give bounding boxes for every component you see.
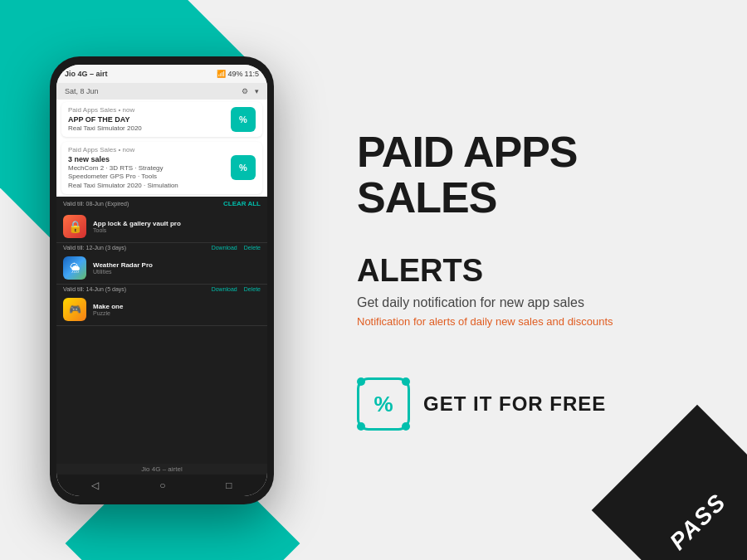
phone-bottom-nav: ◁ ○ □ — [56, 475, 267, 496]
battery-icon: 📶 — [217, 70, 226, 78]
notif1-sender: Paid Apps Sales • now — [68, 106, 256, 114]
corner-br — [402, 422, 410, 431]
phone-frame: Jio 4G – airt 📶 49% 11:5 Sat, 8 Jun ⚙ ▾ … — [50, 56, 274, 504]
app3-valid-label: Valid till: 14-Jun (5 days) — [63, 286, 126, 292]
notif2-body2: Speedometer GPS Pro · Tools — [68, 173, 256, 181]
makeone-name: Make one — [93, 303, 261, 310]
recents-button[interactable]: □ — [226, 480, 232, 491]
battery-percent: 49% — [227, 70, 242, 78]
app-item-makeone: 🎮 Make one Puzzle — [56, 294, 267, 326]
get-free-section: GET IT FOR FREE — [357, 377, 706, 431]
main-title: PAID APPS SALES — [357, 129, 706, 220]
weather-name: Weather Radar Pro — [93, 261, 261, 269]
applock-info: App lock & gallery vault pro Tools — [93, 220, 261, 233]
dark-section: Valid till: 08-Jun (Expired) CLEAR ALL 🔒… — [56, 197, 267, 463]
makeone-icon: 🎮 — [63, 298, 86, 321]
carrier-bottom: Jio 4G – airtel — [56, 464, 267, 475]
phone-mockup-panel: Jio 4G – airt 📶 49% 11:5 Sat, 8 Jun ⚙ ▾ … — [0, 0, 324, 560]
carrier-name: Jio 4G – airt — [65, 70, 108, 78]
clear-all-button[interactable]: CLEAR ALL — [223, 200, 261, 207]
notif2-body3: Real Taxi Simulator 2020 · Simulation — [68, 182, 256, 190]
notif2-title: 3 new sales — [68, 155, 256, 163]
percent-icon — [357, 377, 410, 431]
notification-date: Sat, 8 Jun — [65, 87, 99, 95]
corner-tr — [402, 377, 410, 386]
carrier-bottom-label: Jio 4G – airtel — [141, 465, 182, 473]
settings-icon[interactable]: ⚙ — [242, 87, 248, 95]
app3-download-btn[interactable]: Download — [212, 286, 237, 292]
applock-name: App lock & gallery vault pro — [93, 220, 261, 227]
alerts-section: ALERTS Get daily notification for new ap… — [357, 253, 706, 328]
expand-icon[interactable]: ▾ — [255, 87, 259, 95]
applock-icon: 🔒 — [63, 215, 86, 238]
alerts-title: ALERTS — [357, 253, 706, 289]
home-button[interactable]: ○ — [159, 480, 165, 491]
notif2-icon: % — [231, 155, 256, 180]
corner-tl — [357, 377, 365, 386]
weather-category: Utilities — [93, 269, 261, 275]
makeone-info: Make one Puzzle — [93, 303, 261, 316]
app2-actions: Download Delete — [212, 245, 261, 251]
weather-icon: 🌦 — [63, 256, 86, 280]
notif1-icon: % — [231, 107, 256, 132]
status-icons: 📶 49% 11:5 — [217, 70, 259, 78]
app-item-weather: 🌦 Weather Radar Pro Utilities — [56, 252, 267, 285]
get-free-label[interactable]: GET IT FOR FREE — [423, 392, 606, 416]
weather-info: Weather Radar Pro Utilities — [93, 261, 261, 275]
notification-header: Sat, 8 Jun ⚙ ▾ — [56, 83, 267, 100]
corner-bl — [357, 422, 365, 431]
expired-header: Valid till: 08-Jun (Expired) CLEAR ALL — [56, 197, 267, 211]
app-item-applock: 🔒 App lock & gallery vault pro Tools — [56, 211, 267, 243]
app3-delete-btn[interactable]: Delete — [244, 286, 261, 292]
status-bar: Jio 4G – airt 📶 49% 11:5 — [56, 65, 267, 83]
app2-valid-row: Valid till: 12-Jun (3 days) Download Del… — [56, 243, 267, 252]
notif1-body: Real Taxi Simulator 2020 — [68, 124, 256, 133]
expired-label: Valid till: 08-Jun (Expired) — [63, 201, 129, 207]
app3-actions: Download Delete — [212, 286, 261, 292]
phone-screen: Jio 4G – airt 📶 49% 11:5 Sat, 8 Jun ⚙ ▾ … — [56, 65, 267, 496]
app2-delete-btn[interactable]: Delete — [244, 245, 261, 251]
notif2-sender: Paid Apps Sales • now — [68, 146, 256, 153]
makeone-category: Puzzle — [93, 310, 261, 316]
notification-card-1: Paid Apps Sales • now APP OF THE DAY Rea… — [61, 102, 262, 137]
notif1-title: APP OF THE DAY — [68, 115, 256, 124]
alerts-subtitle: Get daily notification for new app sales — [357, 295, 706, 310]
notif2-body1: MechCom 2 · 3D RTS · Strategy — [68, 164, 256, 173]
notification-card-2: Paid Apps Sales • now 3 new sales MechCo… — [61, 142, 262, 194]
back-button[interactable]: ◁ — [91, 480, 99, 491]
app2-valid-label: Valid till: 12-Jun (3 days) — [63, 245, 126, 251]
app2-download-btn[interactable]: Download — [212, 245, 237, 251]
applock-category: Tools — [93, 227, 261, 233]
alerts-description: Notification for alerts of daily new sal… — [357, 315, 706, 328]
time-display: 11:5 — [244, 70, 259, 78]
app3-valid-row: Valid till: 14-Jun (5 days) Download Del… — [56, 285, 267, 294]
